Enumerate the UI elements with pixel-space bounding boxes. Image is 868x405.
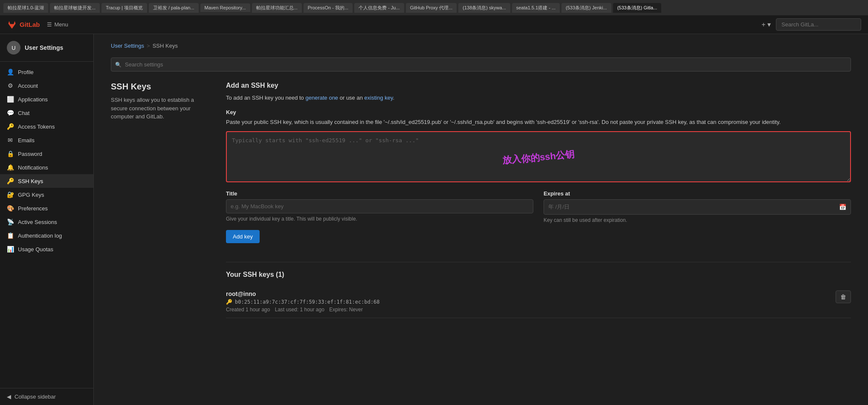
key-textarea[interactable] bbox=[226, 131, 851, 182]
sidebar-item-icon: 💬 bbox=[7, 109, 14, 116]
sidebar-item-access-tokens[interactable]: 🔑Access Tokens bbox=[0, 120, 93, 133]
browser-tab[interactable]: (533条消息) Gitla... bbox=[613, 3, 662, 13]
sidebar-item-gpg-keys[interactable]: 🔐GPG Keys bbox=[0, 188, 93, 201]
existing-key-link[interactable]: existing key bbox=[365, 95, 393, 101]
sidebar-item-icon: 👤 bbox=[7, 69, 14, 75]
sidebar-item-profile[interactable]: 👤Profile bbox=[0, 65, 93, 79]
sidebar-item-label: GPG Keys bbox=[18, 192, 44, 198]
browser-tabs: (function() { const data = JSON.parse(do… bbox=[0, 0, 868, 15]
sidebar-item-usage-quotas[interactable]: 📊Usage Quotas bbox=[0, 242, 93, 256]
sidebar-item-password[interactable]: 🔒Password bbox=[0, 147, 93, 161]
ssh-key-name: root@inno bbox=[226, 290, 830, 297]
expires-field-hint: Key can still be used after expiration. bbox=[544, 217, 851, 223]
sidebar-item-icon: 📋 bbox=[7, 232, 14, 239]
sidebar-item-icon: ✉ bbox=[7, 137, 14, 144]
sidebar-item-icon: ⬜ bbox=[7, 96, 14, 103]
content-area: User Settings > SSH Keys SSH Keys SSH ke… bbox=[94, 34, 868, 405]
browser-tab[interactable]: (138条消息) skywa... bbox=[458, 3, 510, 13]
app-header: GitLab ☰ Menu + ▾ bbox=[0, 15, 868, 34]
collapse-sidebar-button[interactable]: ◀ Collapse sidebar bbox=[0, 388, 93, 405]
date-input-wrap[interactable]: 年 /月/日 📅 bbox=[544, 199, 851, 215]
key-icon: 🔑 bbox=[226, 299, 232, 305]
header-icons: + ▾ bbox=[760, 18, 861, 31]
ssh-key-created: Created 1 hour ago bbox=[226, 307, 270, 313]
menu-button[interactable]: ☰ Menu bbox=[47, 21, 69, 28]
sidebar-item-emails[interactable]: ✉Emails bbox=[0, 133, 93, 147]
breadcrumb-separator: > bbox=[147, 43, 150, 49]
right-column: Add an SSH key To add an SSH key you nee… bbox=[226, 82, 851, 318]
browser-tab[interactable]: 帕拉星球1.0-蓝湖 bbox=[3, 3, 48, 13]
add-ssh-desc-suffix: . bbox=[393, 95, 395, 101]
sidebar-item-icon: 🔔 bbox=[7, 164, 14, 171]
ssh-key-info: root@inno 🔑 b0:25:11:a9:7c:37:cf:7f:59:3… bbox=[226, 290, 830, 313]
browser-tab[interactable]: ProcessOn - 我的... bbox=[304, 3, 353, 13]
key-textarea-wrap: 放入你的ssh公钥 bbox=[226, 131, 851, 184]
sidebar-item-label: Password bbox=[18, 151, 42, 157]
browser-tab[interactable]: Maven Repository... bbox=[200, 3, 250, 12]
sidebar-item-notifications[interactable]: 🔔Notifications bbox=[0, 161, 93, 174]
sidebar: U User Settings 👤Profile⚙Account⬜Applica… bbox=[0, 34, 94, 405]
sidebar-item-active-sessions[interactable]: 📡Active Sessions bbox=[0, 215, 93, 229]
plus-icon: + bbox=[761, 21, 765, 28]
main-layout: U User Settings 👤Profile⚙Account⬜Applica… bbox=[0, 34, 868, 405]
browser-tab[interactable]: GitHub Proxy 代理... bbox=[406, 3, 457, 13]
browser-tab[interactable]: Tracup | 项目概览 bbox=[101, 3, 147, 13]
breadcrumb-parent[interactable]: User Settings bbox=[111, 43, 144, 49]
search-settings-input[interactable] bbox=[111, 57, 851, 72]
ssh-key-meta: Created 1 hour ago Last used: 1 hour ago… bbox=[226, 307, 830, 313]
sidebar-item-preferences[interactable]: 🎨Preferences bbox=[0, 201, 93, 215]
browser-tab[interactable]: 个人信息免费 - Ju... bbox=[354, 3, 404, 13]
sidebar-item-label: Chat bbox=[18, 110, 29, 116]
browser-tab[interactable]: (533条消息) Jenki... bbox=[561, 3, 611, 13]
ssh-key-expires: Expires: Never bbox=[329, 307, 363, 313]
browser-tab[interactable]: 帕拉星球敏捷开发... bbox=[50, 3, 100, 13]
sidebar-item-label: Usage Quotas bbox=[18, 246, 53, 253]
collapse-sidebar-label: Collapse sidebar bbox=[14, 394, 56, 400]
sidebar-item-icon: 🔑 bbox=[7, 123, 14, 130]
sidebar-item-ssh-keys[interactable]: 🔑SSH Keys bbox=[0, 174, 93, 188]
browser-tab[interactable]: 卫裕发 / pala-plan... bbox=[149, 3, 199, 13]
sidebar-item-label: Preferences bbox=[18, 205, 48, 212]
generate-link[interactable]: generate one bbox=[305, 95, 338, 101]
browser-tab[interactable]: seata1.5.1搭建 - ... bbox=[512, 3, 560, 13]
gitlab-logo: GitLab bbox=[7, 20, 40, 30]
title-input[interactable] bbox=[226, 199, 533, 213]
sidebar-item-authentication-log[interactable]: 📋Authentication log bbox=[0, 229, 93, 242]
key-field-label: Key bbox=[226, 109, 851, 115]
sidebar-header: U User Settings bbox=[0, 34, 93, 62]
gitlab-logo-icon bbox=[7, 20, 17, 30]
breadcrumb: User Settings > SSH Keys bbox=[111, 43, 851, 49]
ssh-key-fingerprint: 🔑 b0:25:11:a9:7c:37:cf:7f:59:33:ef:1f:81… bbox=[226, 299, 830, 305]
sidebar-item-icon: 🔑 bbox=[7, 178, 14, 184]
sidebar-item-label: Active Sessions bbox=[18, 219, 57, 225]
delete-ssh-key-button[interactable]: 🗑 bbox=[836, 290, 851, 303]
sidebar-nav: 👤Profile⚙Account⬜Applications💬Chat🔑Acces… bbox=[0, 62, 93, 388]
sidebar-item-label: Profile bbox=[18, 69, 34, 75]
chevron-left-icon: ◀ bbox=[7, 394, 11, 400]
add-ssh-desc-middle: or use an bbox=[338, 95, 364, 101]
add-ssh-key-title: Add an SSH key bbox=[226, 82, 851, 89]
browser-tab[interactable]: 帕拉星球功能汇总... bbox=[252, 3, 302, 13]
calendar-icon: 📅 bbox=[839, 204, 846, 210]
hamburger-icon: ☰ bbox=[47, 21, 52, 28]
ssh-keys-list: root@inno 🔑 b0:25:11:a9:7c:37:cf:7f:59:3… bbox=[226, 285, 851, 318]
avatar: U bbox=[7, 41, 20, 55]
sidebar-item-icon: 🔐 bbox=[7, 191, 14, 198]
search-settings-wrap bbox=[111, 57, 851, 72]
gitlab-wordmark: GitLab bbox=[20, 21, 40, 28]
divider bbox=[226, 262, 851, 262]
key-field-description: Paste your public SSH key, which is usua… bbox=[226, 118, 851, 126]
section-description: SSH keys allow you to establish a secure… bbox=[111, 96, 209, 121]
search-gitlab-input[interactable] bbox=[776, 18, 861, 31]
sidebar-item-label: Applications bbox=[18, 96, 48, 103]
add-key-button[interactable]: Add key bbox=[226, 230, 260, 243]
sidebar-item-chat[interactable]: 💬Chat bbox=[0, 106, 93, 120]
form-row-title-expires: Title Give your individual key a title. … bbox=[226, 190, 851, 223]
sidebar-item-account[interactable]: ⚙Account bbox=[0, 79, 93, 92]
title-field-hint: Give your individual key a title. This w… bbox=[226, 216, 533, 222]
plus-button[interactable]: + ▾ bbox=[760, 19, 773, 30]
sidebar-item-icon: 🔒 bbox=[7, 150, 14, 157]
sidebar-item-applications[interactable]: ⬜Applications bbox=[0, 92, 93, 106]
sidebar-item-label: SSH Keys bbox=[18, 178, 43, 184]
sidebar-item-label: Notifications bbox=[18, 164, 48, 171]
